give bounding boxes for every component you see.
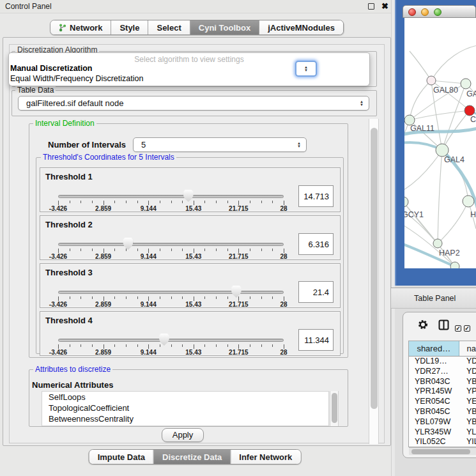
slider-tick bbox=[272, 249, 273, 251]
cell-shared-name[interactable]: YDL19… bbox=[409, 357, 464, 367]
cell-name[interactable]: YPR1 bbox=[464, 387, 476, 397]
network-node[interactable] bbox=[433, 239, 442, 248]
close-traffic-light-icon[interactable] bbox=[408, 8, 416, 16]
top-tab-bar: NetworkStyleSelectCyni ToolboxjActiveMNo… bbox=[50, 20, 344, 35]
slider-tick bbox=[261, 249, 262, 251]
slider-tick-label: 9.144 bbox=[130, 301, 166, 308]
attribute-list-item[interactable]: TopologicalCoefficient bbox=[42, 403, 328, 413]
cell-shared-name[interactable]: YBR043C bbox=[409, 377, 464, 387]
checkbox-icon[interactable]: ✓ bbox=[455, 321, 461, 333]
cell-shared-name[interactable]: YDR27… bbox=[409, 367, 464, 377]
slider-handle-icon[interactable] bbox=[159, 334, 169, 346]
tab-network[interactable]: Network bbox=[50, 20, 111, 35]
algorithm-combo-focused[interactable]: ▲▼ bbox=[295, 61, 317, 77]
cell-name[interactable]: YIL0 bbox=[464, 437, 476, 447]
slider-track[interactable] bbox=[58, 243, 284, 246]
network-window-titlebar[interactable] bbox=[403, 5, 476, 18]
slider-tick-label: -3.426 bbox=[40, 205, 76, 212]
threshold-value-field[interactable]: 21.4 bbox=[298, 281, 334, 303]
column-header-name[interactable]: na bbox=[459, 341, 476, 356]
table-row[interactable]: YIL052CYIL0 bbox=[409, 437, 476, 447]
slider-tick bbox=[261, 296, 262, 299]
network-node[interactable] bbox=[450, 262, 459, 268]
tab-discretize-data[interactable]: Discretize Data bbox=[154, 450, 231, 464]
table-row[interactable]: YDL19…YDL1 bbox=[409, 357, 476, 367]
cell-name[interactable]: YLR3 bbox=[464, 427, 476, 438]
apply-button[interactable]: Apply bbox=[162, 428, 204, 442]
tab-infer-network[interactable]: Infer Network bbox=[231, 450, 300, 464]
table-row[interactable]: YER054CYER0 bbox=[409, 397, 476, 407]
zoom-traffic-light-icon[interactable] bbox=[434, 8, 441, 16]
cell-shared-name[interactable]: YBL079W bbox=[409, 417, 464, 427]
network-node[interactable] bbox=[436, 144, 449, 157]
close-icon[interactable]: ✖ bbox=[381, 1, 388, 11]
table-row[interactable]: YBR043CYBR0 bbox=[409, 377, 476, 387]
slider-track[interactable] bbox=[58, 339, 284, 342]
attribute-list-item[interactable]: SelfLoops bbox=[42, 392, 328, 403]
cell-name[interactable]: YDR2 bbox=[464, 367, 476, 377]
slider-tick bbox=[160, 296, 160, 299]
slider-tick-label: 2.859 bbox=[86, 205, 121, 212]
column-header-shared[interactable]: shared… bbox=[409, 341, 459, 356]
network-node[interactable] bbox=[463, 196, 474, 207]
network-node[interactable] bbox=[464, 105, 475, 116]
attributes-list-scrollbar[interactable] bbox=[330, 391, 339, 426]
node-attribute-table[interactable]: shared… na YDL19…YDL1YDR27…YDR2YBR043CYB… bbox=[408, 341, 476, 447]
float-window-icon[interactable] bbox=[368, 3, 374, 10]
slider-tick bbox=[81, 296, 81, 299]
table-row[interactable]: YDR27…YDR2 bbox=[409, 367, 476, 377]
table-row[interactable]: YBL079WYBL0 bbox=[409, 417, 476, 427]
slider-tick bbox=[171, 344, 172, 347]
threshold-value-field[interactable]: 11.344 bbox=[298, 329, 334, 351]
table-row[interactable]: YBR045CYBR0 bbox=[409, 407, 476, 417]
threshold-value-field[interactable]: 14.713 bbox=[298, 185, 334, 207]
slider-handle-icon[interactable] bbox=[123, 238, 133, 250]
bottom-tab-bar: Impute DataDiscretize DataInfer Network bbox=[89, 449, 302, 464]
slider-handle-icon[interactable] bbox=[231, 286, 242, 298]
cell-name[interactable]: YBR0 bbox=[464, 407, 476, 417]
table-row[interactable]: YPR145WYPR1 bbox=[409, 387, 476, 397]
split-columns-icon[interactable] bbox=[438, 319, 449, 333]
threshold-value-field[interactable]: 6.316 bbox=[298, 233, 334, 255]
tab-impute-data[interactable]: Impute Data bbox=[89, 450, 154, 464]
cell-name[interactable]: YDL1 bbox=[464, 357, 476, 367]
network-edge bbox=[438, 150, 442, 243]
cell-shared-name[interactable]: YLR345W bbox=[409, 427, 464, 438]
minimize-traffic-light-icon[interactable] bbox=[421, 8, 429, 16]
slider-track[interactable] bbox=[58, 195, 284, 198]
cell-name[interactable]: YBR0 bbox=[464, 377, 476, 387]
slider-tick bbox=[194, 249, 194, 253]
slider-tick bbox=[194, 344, 194, 349]
slider-track[interactable] bbox=[58, 291, 284, 294]
cell-shared-name[interactable]: YIL052C bbox=[409, 437, 464, 447]
network-node[interactable] bbox=[427, 76, 436, 85]
panel-scrollbar[interactable] bbox=[369, 119, 379, 444]
cell-shared-name[interactable]: YPR145W bbox=[409, 387, 464, 397]
cell-name[interactable]: YER0 bbox=[464, 397, 476, 407]
stepper-arrows-icon: ▲▼ bbox=[295, 142, 303, 148]
slider-tick bbox=[204, 296, 205, 299]
numerical-attributes-list[interactable]: SelfLoopsTopologicalCoefficientBetweenne… bbox=[42, 391, 329, 426]
gear-icon[interactable] bbox=[417, 319, 429, 333]
attribute-list-item[interactable]: BetweennessCentrality bbox=[42, 413, 328, 424]
network-canvas[interactable]: GAL80GACGAL11GAL4GCY1HHAP2 bbox=[404, 18, 476, 268]
table-data-combo[interactable]: galFiltered.sif default node ▲▼ bbox=[18, 96, 369, 111]
slider-handle-icon[interactable] bbox=[183, 190, 194, 202]
network-node[interactable] bbox=[461, 79, 471, 89]
network-node[interactable] bbox=[404, 197, 408, 207]
table-row[interactable]: YLR345WYLR3 bbox=[409, 427, 476, 438]
tab-jactivemnodules[interactable]: jActiveMNodules bbox=[259, 20, 343, 35]
cell-name[interactable]: YBL0 bbox=[464, 417, 476, 427]
cell-shared-name[interactable]: YBR045C bbox=[409, 407, 464, 417]
slider-tick bbox=[204, 201, 205, 203]
num-intervals-combo[interactable]: 5 ▲▼ bbox=[133, 137, 307, 152]
checkbox-icon[interactable]: ✓ bbox=[464, 321, 470, 333]
slider-tick bbox=[284, 201, 284, 205]
tab-style[interactable]: Style bbox=[111, 20, 148, 35]
tab-select[interactable]: Select bbox=[148, 20, 190, 35]
table-horizontal-scrollbar[interactable] bbox=[409, 447, 476, 455]
cell-shared-name[interactable]: YER054C bbox=[409, 397, 464, 407]
slider-tick bbox=[70, 296, 70, 299]
tab-cyni-toolbox[interactable]: Cyni Toolbox bbox=[190, 20, 259, 35]
slider-tick bbox=[148, 201, 149, 205]
